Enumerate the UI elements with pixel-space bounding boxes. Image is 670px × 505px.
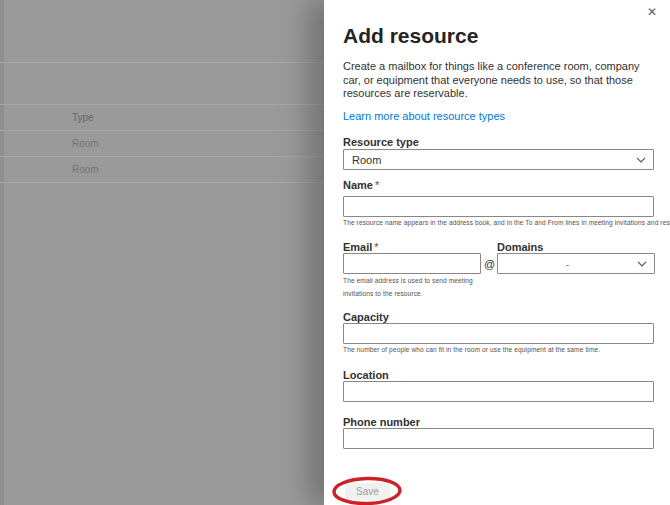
domains-dropdown[interactable]: - bbox=[497, 253, 655, 274]
background-left-edge bbox=[0, 0, 4, 505]
phone-number-field[interactable] bbox=[343, 428, 654, 449]
phone-number-label: Phone number bbox=[343, 416, 420, 428]
learn-more-link[interactable]: Learn more about resource types bbox=[343, 110, 505, 122]
resource-type-value: Room bbox=[344, 154, 636, 166]
at-symbol: @ bbox=[484, 258, 495, 270]
close-icon[interactable]: ✕ bbox=[642, 2, 662, 22]
column-header-type: Type bbox=[72, 112, 94, 123]
table-row: Room bbox=[72, 164, 99, 175]
domains-value: - bbox=[498, 258, 637, 270]
location-label: Location bbox=[343, 369, 389, 381]
email-label-text: Email bbox=[343, 241, 372, 253]
screen: Type Room Room ✕ Add resource Create a m… bbox=[0, 0, 670, 505]
name-label-text: Name bbox=[343, 179, 373, 191]
domains-label: Domains bbox=[497, 241, 543, 253]
capacity-label: Capacity bbox=[343, 311, 389, 323]
table-row: Room bbox=[72, 138, 99, 149]
resource-type-label: Resource type bbox=[343, 136, 419, 148]
panel-description: Create a mailbox for things like a confe… bbox=[343, 60, 657, 101]
name-label: Name* bbox=[343, 179, 379, 191]
capacity-helper-text: The number of people who can fit in the … bbox=[343, 346, 600, 353]
chevron-down-icon bbox=[637, 261, 647, 267]
required-asterisk: * bbox=[373, 179, 379, 191]
name-field[interactable] bbox=[343, 196, 654, 217]
name-helper-text: The resource name appears in the address… bbox=[343, 219, 670, 226]
email-field[interactable] bbox=[343, 253, 481, 274]
save-button[interactable]: Save bbox=[345, 483, 390, 500]
page-title: Add resource bbox=[343, 24, 478, 48]
email-label: Email* bbox=[343, 241, 379, 253]
resource-type-dropdown[interactable]: Room bbox=[343, 149, 654, 170]
required-asterisk: * bbox=[372, 241, 378, 253]
chevron-down-icon bbox=[636, 157, 646, 163]
add-resource-panel: ✕ Add resource Create a mailbox for thin… bbox=[324, 0, 670, 505]
capacity-field[interactable] bbox=[343, 323, 654, 344]
email-helper-line1: The email address is used to send meetin… bbox=[343, 277, 473, 284]
email-helper-line2: invitations to the resource. bbox=[343, 290, 423, 297]
location-field[interactable] bbox=[343, 381, 654, 402]
